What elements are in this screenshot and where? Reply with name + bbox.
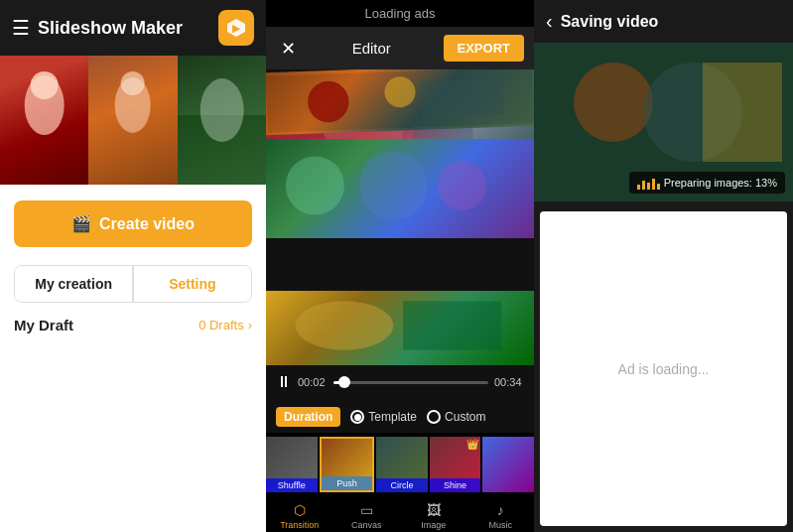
create-video-section: 🎬 Create video: [0, 185, 266, 255]
left-header: ☰ Slideshow Maker ▶: [0, 0, 266, 56]
preparing-overlay: Preparing images: 13%: [629, 172, 785, 194]
svg-rect-18: [403, 301, 501, 349]
svg-point-5: [121, 71, 145, 95]
back-icon[interactable]: ‹: [546, 10, 553, 33]
template-radio[interactable]: [350, 410, 364, 424]
thumbnail-1: [0, 56, 88, 185]
svg-text:▶: ▶: [232, 23, 241, 34]
duration-badge[interactable]: Duration: [276, 407, 340, 427]
video-frame-1: [266, 69, 534, 135]
circle-label: Circle: [376, 478, 428, 492]
svg-rect-22: [703, 63, 782, 162]
my-draft-label: My Draft: [14, 317, 73, 333]
close-button[interactable]: ✕: [276, 37, 300, 61]
center-panel: Loading ads ✕ Editor EXPORT: [266, 0, 534, 532]
thumb-3[interactable]: Circle: [376, 437, 428, 492]
center-top-bar: Loading ads: [266, 0, 534, 27]
clapperboard-icon: 🎬: [71, 214, 91, 233]
saving-title: Saving video: [561, 13, 659, 31]
ad-loading-text: Ad is loading...: [618, 361, 710, 377]
shine-label: Shine: [430, 478, 481, 492]
my-creation-tab[interactable]: My creation: [15, 266, 132, 302]
right-video-preview: Preparing images: 13%: [534, 43, 793, 201]
thumbnail-2: [88, 56, 177, 185]
time-current: 00:02: [298, 376, 328, 388]
svg-rect-11: [420, 77, 503, 116]
progress-thumb[interactable]: [338, 376, 350, 388]
editor-bar: ✕ Editor EXPORT: [266, 27, 534, 69]
template-option[interactable]: Template: [350, 410, 417, 424]
thumbnail-strip: Shuffle Push Circle 👑 Shine: [266, 433, 534, 496]
chevron-right-icon: ›: [248, 318, 252, 332]
thumbnail-3: [178, 56, 266, 185]
create-video-button[interactable]: 🎬 Create video: [14, 200, 252, 247]
svg-point-20: [574, 63, 653, 142]
custom-radio[interactable]: [427, 410, 441, 424]
thumb-2[interactable]: Push: [320, 437, 375, 492]
app-title: Slideshow Maker: [38, 18, 210, 39]
canvas-icon: ▭: [360, 502, 373, 518]
duration-row: Duration Template Custom: [266, 401, 534, 433]
svg-point-14: [286, 156, 344, 214]
time-total: 00:34: [494, 376, 524, 388]
setting-tab[interactable]: Setting: [134, 266, 251, 302]
saving-thumbnail: Preparing images: 13%: [534, 43, 793, 201]
app-logo: ▶: [218, 10, 254, 46]
left-panel: ☰ Slideshow Maker ▶: [0, 0, 266, 532]
ad-loading-box: Ad is loading...: [540, 211, 787, 526]
thumb-5[interactable]: [482, 437, 534, 492]
progress-bar[interactable]: [333, 381, 488, 384]
crown-icon: 👑: [466, 439, 478, 450]
transition-icon: ⬡: [294, 502, 306, 518]
canvas-tab[interactable]: ▭ Canvas: [333, 500, 401, 532]
video-frame-3: [266, 139, 534, 238]
pause-icon[interactable]: ⏸: [276, 373, 292, 391]
svg-point-15: [359, 151, 428, 219]
transition-tab[interactable]: ⬡ Transition: [266, 500, 333, 532]
my-draft-section: My Draft 0 Drafts ›: [0, 303, 266, 333]
music-tab[interactable]: ♪ Music: [467, 500, 535, 532]
bottom-toolbar: ⬡ Transition ▭ Canvas 🖼 Image ♪ Music: [266, 496, 534, 532]
svg-point-7: [199, 78, 243, 142]
shuffle-label: Shuffle: [266, 478, 318, 492]
thumb-1[interactable]: Shuffle: [266, 437, 318, 492]
playback-controls: ⏸ 00:02 00:34: [266, 365, 534, 401]
left-images: [0, 56, 266, 185]
video-preview: [266, 69, 534, 365]
custom-option[interactable]: Custom: [427, 410, 485, 424]
push-label: Push: [322, 476, 373, 490]
editor-title: Editor: [352, 40, 391, 57]
thumb-4[interactable]: 👑 Shine: [430, 437, 481, 492]
svg-point-3: [31, 71, 59, 99]
right-panel: ‹ Saving video Preparing images: 13%: [534, 0, 793, 532]
svg-point-17: [296, 301, 394, 349]
image-tab[interactable]: 🖼 Image: [400, 500, 467, 532]
right-header: ‹ Saving video: [534, 0, 793, 43]
draft-count[interactable]: 0 Drafts ›: [198, 318, 252, 332]
loading-ads-text: Loading ads: [365, 6, 436, 21]
export-button[interactable]: EXPORT: [444, 35, 524, 62]
music-icon: ♪: [497, 502, 504, 518]
hamburger-icon[interactable]: ☰: [12, 16, 30, 40]
svg-point-16: [438, 161, 486, 209]
image-icon: 🖼: [427, 502, 441, 518]
video-frame-4: [266, 291, 534, 365]
bar-chart-icon: [637, 176, 660, 190]
tab-buttons: My creation Setting: [14, 265, 252, 303]
